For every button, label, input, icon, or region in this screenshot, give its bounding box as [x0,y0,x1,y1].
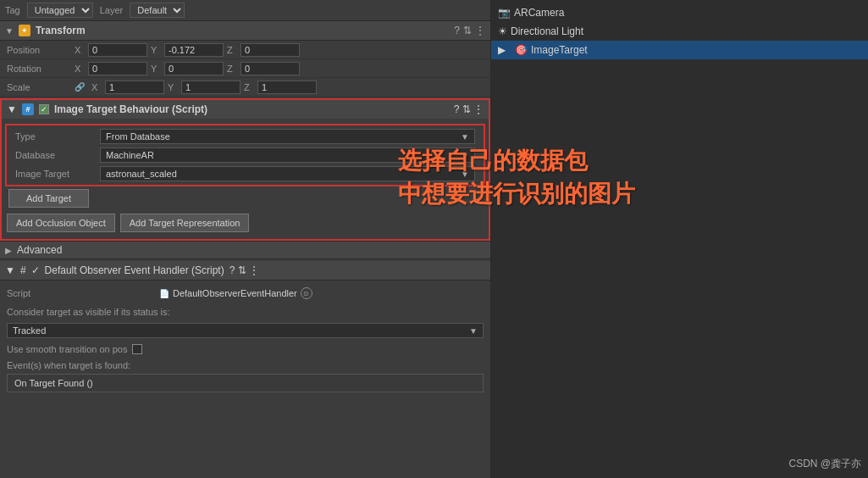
rotation-z[interactable] [240,62,300,75]
transform-arrow-icon: ▼ [5,26,14,36]
right-panel: 📷 ARCamera ☀ Directional Light ▶ 🎯 Image… [491,0,868,478]
help-icon-2[interactable]: ? [454,103,460,115]
file-icon: 📄 [159,289,169,298]
transform-icon: ✦ [19,25,30,36]
type-row: Type From Database ▼ [8,127,482,146]
help-icon[interactable]: ? [454,25,460,36]
rotation-y[interactable] [164,62,224,75]
observer-title: Default Observer Event Handler (Script) [45,264,224,276]
observer-header[interactable]: ▼ # ✓ Default Observer Event Handler (Sc… [0,261,490,281]
add-target-row: Add Target [2,186,489,210]
action-buttons-row: Add Occlusion Object Add Target Represen… [2,210,489,236]
tag-label: Tag [5,5,20,15]
csdn-watermark: CSDN @龚子亦 [788,457,861,471]
scale-row: Scale 🔗 X Y Z [0,78,490,97]
tag-select[interactable]: Untagged [27,3,93,18]
transform-header-icons: ? ⇅ ⋮ [454,25,485,36]
hierarchy-list: 📷 ARCamera ☀ Directional Light ▶ 🎯 Image… [491,0,868,63]
observer-enabled-checkbox[interactable]: ✓ [31,264,40,276]
image-target-dropdown-arrow: ▼ [461,170,469,179]
image-target-dropdown[interactable]: astronaut_scaled ▼ [100,166,475,181]
layer-select[interactable]: Default [130,3,185,18]
settings-icon-3[interactable]: ⇅ [238,264,246,276]
events-label: Event(s) when target is found: [7,360,130,370]
scale-z[interactable] [257,81,317,94]
tag-layer-row: Tag Untagged Layer Default [0,0,490,21]
type-dropdown-arrow: ▼ [461,132,469,142]
observer-header-icons: ? ⇅ ⋮ [229,264,259,276]
type-label: Type [15,131,100,142]
database-row: Database MachineAR ▼ [8,146,482,164]
tracked-dropdown[interactable]: Tracked ▼ [7,323,484,338]
settings-icon[interactable]: ⇅ [463,25,472,36]
on-target-row[interactable]: On Target Found () [7,374,484,392]
add-representation-button[interactable]: Add Target Representation [120,214,250,232]
highlighted-dropdowns: Type From Database ▼ Database MachineAR … [5,124,485,186]
rotation-x[interactable] [88,62,147,75]
transform-title: Transform [36,25,449,36]
database-dropdown[interactable]: MachineAR ▼ [100,147,475,163]
help-icon-3[interactable]: ? [229,264,235,276]
scale-xyz: 🔗 X Y Z [75,81,484,94]
type-dropdown[interactable]: From Database ▼ [100,129,475,144]
image-target-row: Image Target astronaut_scaled ▼ [8,164,482,183]
transform-fields: Position X 0 Y Z Rotation X Y Z [0,41,490,97]
arcamera-icon: 📷 [498,7,511,19]
link-icon: 🔗 [75,82,85,92]
light-icon: ☀ [498,25,507,37]
script-ref-row: Script 📄 DefaultObserverEventHandler ⊙ [0,284,490,303]
menu-icon[interactable]: ⋮ [475,25,485,36]
position-x[interactable]: 0 [88,43,147,57]
add-occlusion-button[interactable]: Add Occlusion Object [7,214,115,232]
script-ref-label: Script [7,288,159,298]
scale-y[interactable] [181,81,240,94]
position-z[interactable] [240,43,300,57]
advanced-label: Advanced [17,244,62,256]
position-y[interactable] [164,43,224,57]
tracked-dropdown-wrapper: Tracked ▼ [7,323,484,338]
arcamera-label: ARCamera [514,7,564,19]
menu-icon-2[interactable]: ⋮ [473,103,484,115]
circle-select-button[interactable]: ⊙ [301,287,312,299]
smooth-label: Use smooth transition on pos [7,344,127,354]
rotation-label: Rotation [7,64,75,74]
script-enabled-checkbox[interactable]: ✓ [39,104,49,114]
advanced-arrow-icon: ▶ [5,246,12,255]
script-icon: # [22,103,34,115]
directional-light-label: Directional Light [511,25,583,37]
consider-row: Consider target as visible if its status… [0,303,490,321]
hierarchy-item-directional-light[interactable]: ☀ Directional Light [491,22,868,41]
database-dropdown-arrow: ▼ [461,151,469,160]
image-target-title: Image Target Behaviour (Script) [54,103,449,115]
hierarchy-item-imagetarget[interactable]: ▶ 🎯 ImageTarget [491,41,868,59]
tracked-dropdown-arrow: ▼ [469,326,478,336]
image-target-header[interactable]: ▼ # ✓ Image Target Behaviour (Script) ? … [2,100,489,119]
script-ref-value: 📄 DefaultObserverEventHandler ⊙ [159,287,312,299]
advanced-row[interactable]: ▶ Advanced [0,241,490,259]
imagetarget-indent: ▶ [498,44,511,56]
observer-script-icon: # [20,264,26,276]
type-field-value: From Database ▼ [100,129,475,144]
add-target-button[interactable]: Add Target [8,189,89,208]
database-field-value: MachineAR ▼ [100,147,475,163]
rotation-xyz: X Y Z [75,62,484,75]
layer-label: Layer [100,5,124,15]
rotation-row: Rotation X Y Z [0,59,490,78]
menu-icon-3[interactable]: ⋮ [249,264,259,276]
database-label: Database [15,150,100,160]
observer-fields: Script 📄 DefaultObserverEventHandler ⊙ C… [0,281,490,397]
image-target-field-value: astronaut_scaled ▼ [100,166,475,181]
consider-label: Consider target as visible if its status… [7,307,170,317]
imagetarget-icon: 🎯 [515,44,528,56]
image-target-label: Image Target [15,169,100,179]
settings-icon-2[interactable]: ⇅ [462,103,471,115]
observer-arrow-icon: ▼ [5,264,15,276]
scale-label: Scale [7,82,75,92]
hierarchy-item-arcamera[interactable]: 📷 ARCamera [491,3,868,22]
scale-x[interactable] [105,81,164,94]
transform-section-header[interactable]: ▼ ✦ Transform ? ⇅ ⋮ [0,21,490,41]
smooth-transition-row: Use smooth transition on pos [0,340,490,358]
smooth-checkbox[interactable] [132,344,142,354]
image-target-fields: Type From Database ▼ Database MachineAR … [2,119,489,239]
image-target-header-icons: ? ⇅ ⋮ [454,103,484,115]
